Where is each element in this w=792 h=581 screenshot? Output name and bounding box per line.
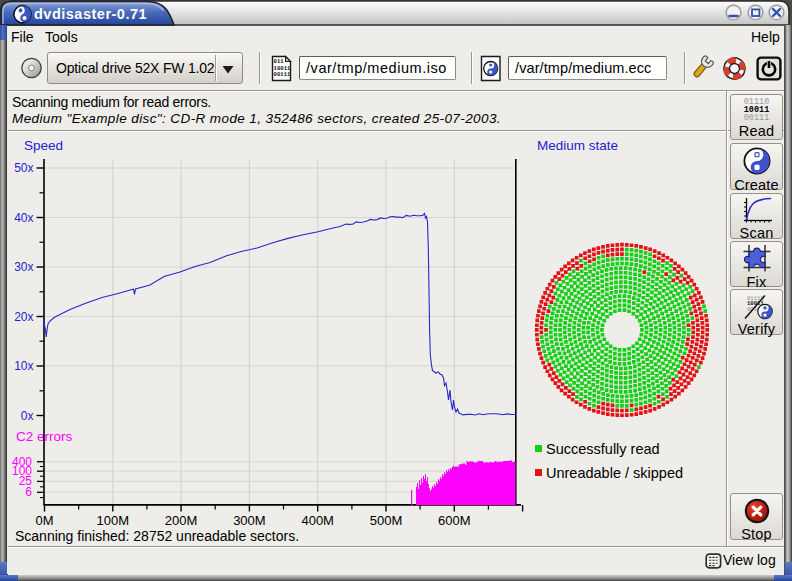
svg-text:0x: 0x <box>21 409 34 423</box>
svg-text:50x: 50x <box>14 161 33 175</box>
svg-text:400M: 400M <box>301 513 334 528</box>
svg-text:6: 6 <box>25 485 32 499</box>
svg-text:40x: 40x <box>14 211 33 225</box>
svg-text:20x: 20x <box>14 310 33 324</box>
svg-text:200M: 200M <box>165 513 198 528</box>
svg-text:30x: 30x <box>14 260 33 274</box>
svg-text:10x: 10x <box>14 359 33 373</box>
svg-text:0M: 0M <box>35 513 53 528</box>
svg-text:300M: 300M <box>233 513 266 528</box>
svg-text:500M: 500M <box>370 513 403 528</box>
svg-text:100M: 100M <box>97 513 130 528</box>
svg-text:600M: 600M <box>438 513 471 528</box>
